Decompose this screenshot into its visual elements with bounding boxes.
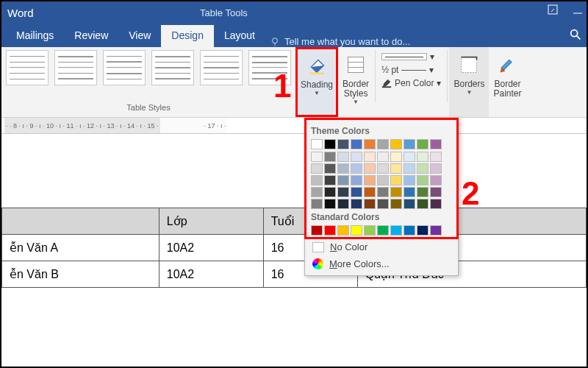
color-swatch[interactable] [351,225,362,236]
color-swatch[interactable] [324,175,336,185]
color-swatch[interactable] [404,187,415,197]
color-swatch[interactable] [417,199,429,209]
table-header-row[interactable]: Lớp Tuổi [2,208,587,235]
table-row[interactable]: ễn Văn A 10A2 16 Quận Thủ Đức [2,235,587,261]
color-swatch[interactable] [324,199,336,209]
color-swatch[interactable] [390,199,402,209]
color-swatch[interactable] [364,225,376,236]
color-swatch[interactable] [404,199,415,209]
user-table[interactable]: Lớp Tuổi ễn Văn A 10A2 16 Quận Thủ Đức ễ… [1,208,587,288]
border-painter-button[interactable]: Border Painter [489,47,526,117]
search-icon[interactable] [569,28,582,44]
color-swatch[interactable] [311,163,323,174]
color-swatch[interactable] [417,139,429,149]
color-swatch[interactable] [377,187,389,197]
pen-weight-selector[interactable]: ½ pt▾ [381,65,441,75]
color-swatch[interactable] [351,175,362,185]
table-header-cell[interactable] [2,208,159,235]
color-swatch[interactable] [311,175,323,185]
color-swatch[interactable] [377,199,389,209]
color-swatch[interactable] [404,175,415,185]
color-swatch[interactable] [324,225,336,236]
shading-button[interactable]: Shading ▼ [295,47,338,117]
no-color-option[interactable]: No Color [305,238,458,255]
color-swatch[interactable] [430,225,442,236]
color-swatch[interactable] [430,152,442,162]
color-swatch[interactable] [364,163,376,174]
color-swatch[interactable] [390,152,402,162]
color-swatch[interactable] [417,152,429,162]
minimize-icon[interactable] [572,4,584,15]
color-swatch[interactable] [377,225,389,236]
style-thumb[interactable] [151,50,194,85]
color-swatch[interactable] [417,225,429,236]
color-swatch[interactable] [404,163,415,174]
color-swatch[interactable] [351,187,362,197]
color-swatch[interactable] [337,225,349,236]
ruler[interactable]: · · 8 · ı · 9 · ı · 10 · ı · 11 · ı · 12… [1,118,587,134]
color-swatch[interactable] [404,152,415,162]
color-swatch[interactable] [337,163,349,174]
color-swatch[interactable] [351,163,362,174]
color-swatch[interactable] [311,199,323,209]
color-swatch[interactable] [364,175,376,185]
color-swatch[interactable] [377,152,389,162]
color-swatch[interactable] [404,225,415,236]
table-style-gallery[interactable] [6,50,291,85]
color-swatch[interactable] [430,175,442,185]
color-swatch[interactable] [390,175,402,185]
tab-layout[interactable]: Layout [214,25,265,47]
color-swatch[interactable] [417,163,429,174]
color-swatch[interactable] [364,199,376,209]
tab-design[interactable]: Design [161,25,214,47]
color-swatch[interactable] [364,139,376,149]
color-swatch[interactable] [430,199,442,209]
tell-me[interactable]: Tell me what you want to do... [270,36,410,47]
color-swatch[interactable] [337,139,349,149]
borders-button[interactable]: Borders ▼ [449,47,489,117]
color-swatch[interactable] [324,163,336,174]
color-swatch[interactable] [430,163,442,174]
color-swatch[interactable] [377,163,389,174]
color-swatch[interactable] [311,139,323,149]
tab-mailings[interactable]: Mailings [6,25,64,47]
color-swatch[interactable] [430,139,442,149]
color-swatch[interactable] [351,152,362,162]
color-swatch[interactable] [404,139,415,149]
color-swatch[interactable] [377,139,389,149]
color-swatch[interactable] [364,152,376,162]
color-swatch[interactable] [430,187,442,197]
color-swatch[interactable] [364,187,376,197]
color-swatch[interactable] [390,187,402,197]
document-area[interactable]: Lớp Tuổi ễn Văn A 10A2 16 Quận Thủ Đức ễ… [1,134,587,288]
color-swatch[interactable] [311,152,323,162]
table-cell[interactable]: 10A2 [159,235,263,261]
style-thumb[interactable] [200,50,243,85]
style-thumb[interactable] [103,50,146,85]
color-swatch[interactable] [324,139,336,149]
color-swatch[interactable] [390,163,402,174]
more-colors-option[interactable]: More Colors... [305,255,458,272]
tab-review[interactable]: Review [64,25,118,47]
color-swatch[interactable] [417,187,429,197]
color-swatch[interactable] [351,139,362,149]
color-swatch[interactable] [337,199,349,209]
color-swatch[interactable] [337,187,349,197]
color-swatch[interactable] [324,152,336,162]
table-cell[interactable]: 10A2 [159,261,263,288]
table-cell[interactable]: ễn Văn B [2,261,159,288]
color-swatch[interactable] [417,175,429,185]
table-cell[interactable]: ễn Văn A [2,235,159,261]
color-swatch[interactable] [311,187,323,197]
ribbon-display-icon[interactable] [547,4,559,15]
color-swatch[interactable] [390,139,402,149]
color-swatch[interactable] [390,225,402,236]
table-header-cell[interactable]: Lớp [159,208,263,235]
line-style-selector[interactable]: ▾ [381,52,441,62]
style-thumb[interactable] [6,50,49,85]
table-row[interactable]: ễn Văn B 10A2 16 Quận Thủ Đức [2,261,587,288]
color-swatch[interactable] [351,199,362,209]
color-swatch[interactable] [377,175,389,185]
pen-color-selector[interactable]: Pen Color▾ [381,78,441,88]
border-styles-button[interactable]: Border Styles ▼ [338,47,373,117]
